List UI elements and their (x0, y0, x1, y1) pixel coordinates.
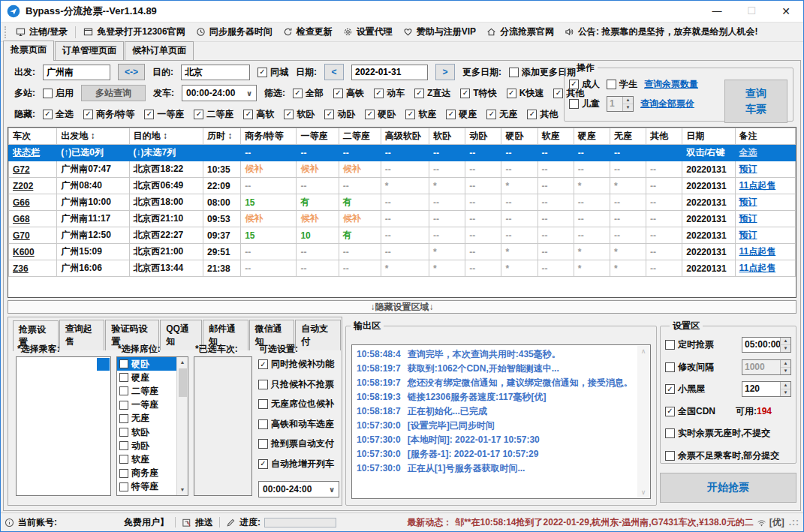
hide-checkbox-9[interactable]: ✓硬座 (446, 108, 477, 121)
train-row-K600[interactable]: K600广州15:09北京西21:0029:51--------*--*--**… (9, 244, 796, 260)
setting-spinner-2[interactable]: 120▲▼ (742, 381, 791, 397)
grab-option-4[interactable]: 抢到票自动支付 (258, 437, 337, 450)
train-number-link[interactable]: Z36 (13, 263, 29, 274)
stepper-buttons[interactable]: ▲▼ (780, 338, 790, 352)
booking-link[interactable]: 预订 (739, 230, 757, 240)
hide-checkbox-10[interactable]: ✓无座 (486, 108, 517, 121)
scroll-up-icon[interactable]: ▲ (180, 357, 185, 368)
spin-up-icon[interactable]: ▲ (781, 338, 790, 345)
column-header-1[interactable]: 出发地 ↕ (57, 128, 129, 145)
train-row-G68[interactable]: G68广州南11:17北京西21:1009:53候补候补候补----------… (9, 211, 796, 227)
train-number-link[interactable]: G72 (13, 164, 30, 175)
train-row-G66[interactable]: G66广州南10:00北京西18:0008:0015有有------------… (9, 194, 796, 211)
grab-option-3[interactable]: 高铁和动车选座 (258, 418, 337, 431)
train-number-link[interactable]: 状态栏 (13, 147, 40, 158)
toolbar-official-site[interactable]: 分流抢票官网 (481, 26, 559, 38)
spin-up-icon[interactable]: ▲ (781, 360, 790, 368)
hide-checkbox-3[interactable]: ✓二等座 (194, 108, 233, 121)
query-tickets-button[interactable]: 查询 车票 (724, 80, 787, 123)
swap-stations-button[interactable]: <-> (118, 64, 145, 80)
setting-spinner-1[interactable]: 1000▲▼ (742, 359, 791, 375)
setting-checkbox-3[interactable]: ✓全国CDN (665, 405, 715, 418)
seat-option-4[interactable]: 无座 (117, 412, 176, 425)
filter-checkbox-2[interactable]: ✓动车 (374, 87, 405, 100)
column-header-5[interactable]: 一等座 (297, 128, 339, 145)
child-count-stepper[interactable]: 1 ▲▼ (607, 96, 634, 112)
train-row-Z202[interactable]: Z202广州08:40北京西06:4922:09------**--*--**-… (9, 178, 796, 194)
scroll-down-icon[interactable]: ∨ (641, 487, 646, 497)
seat-option-9[interactable]: 特等座 (117, 480, 176, 494)
spin-down-icon[interactable]: ▼ (781, 389, 790, 396)
column-header-13[interactable]: 无座 (610, 128, 646, 145)
booking-link[interactable]: 预订 (739, 164, 757, 174)
hide-checkbox-6[interactable]: ✓动卧 (324, 108, 355, 121)
start-grab-button[interactable]: 开始抢票 (660, 473, 796, 503)
tab-main-1[interactable]: 订单管理页面 (55, 41, 124, 60)
spin-down-icon[interactable]: ▼ (623, 104, 633, 111)
column-header-10[interactable]: 硬卧 (501, 128, 538, 145)
setting-checkbox-5[interactable]: 余票不足乘客时,部分提交 (665, 449, 779, 462)
column-header-15[interactable]: 日期 (682, 128, 735, 145)
resize-grip[interactable]: .:: (789, 517, 799, 527)
hide-checkbox-8[interactable]: ✓软座 (405, 108, 436, 121)
output-scrollbar[interactable]: ∧ ∨ (637, 346, 649, 497)
column-header-0[interactable]: 车次 (9, 128, 57, 145)
adult-checkbox[interactable]: ✓成人 (569, 78, 600, 91)
query-all-prices-link[interactable]: 查询全部票价 (640, 98, 694, 110)
setting-checkbox-2[interactable]: ✓小黑屋 (665, 383, 705, 395)
train-number-link[interactable]: K600 (13, 247, 35, 257)
toolbar-open-12306[interactable]: 免登录打开12306官网 (78, 26, 190, 38)
filter-checkbox-5[interactable]: ✓K快速 (507, 87, 544, 100)
selected-trains-list[interactable] (194, 356, 252, 496)
scroll-up-icon[interactable]: ∧ (641, 346, 646, 356)
setting-checkbox-0[interactable]: 定时抢票 (665, 338, 714, 351)
train-number-link[interactable]: G66 (13, 197, 30, 208)
seat-option-3[interactable]: 一等座 (117, 398, 176, 412)
hide-checkbox-5[interactable]: ✓软卧 (284, 108, 315, 121)
seat-option-0[interactable]: 硬卧 (117, 357, 176, 371)
toolbar-sponsor-vip[interactable]: 赞助与注册VIP (398, 26, 481, 38)
hide-checkbox-11[interactable]: ✓其他 (527, 108, 558, 121)
column-header-14[interactable]: 其他 (646, 128, 682, 145)
booking-link[interactable]: 全选 (739, 147, 757, 158)
spin-up-icon[interactable]: ▲ (623, 97, 633, 104)
seat-option-5[interactable]: 软卧 (117, 425, 176, 439)
status-row[interactable]: 状态栏(↑)已选0列(↓)未选7列--------------------双击/… (9, 145, 796, 161)
tab-settings-6[interactable]: 自动支付 (295, 320, 341, 350)
column-header-11[interactable]: 软座 (538, 128, 574, 145)
push-label[interactable]: 推送 (195, 516, 213, 529)
hide-checkbox-7[interactable]: ✓硬卧 (365, 108, 396, 121)
grab-option-5[interactable]: ✓自动抢增开列车 (258, 458, 337, 470)
column-header-6[interactable]: 二等座 (339, 128, 381, 145)
log-box[interactable]: 10:58:48:4查询完毕，本次查询共用时:435毫秒。10:58:19:7获… (351, 344, 651, 499)
toolbar-announcement[interactable]: 公告: 抢票靠的是坚持，放弃就是给别人机会! (559, 26, 763, 38)
tab-main-0[interactable]: 抢票页面 (3, 41, 54, 61)
booking-link[interactable]: 预订 (739, 197, 757, 207)
setting-spinner-0[interactable]: 05:00:00▲▼ (742, 337, 791, 353)
toolbar-check-update[interactable]: 检查更新 (278, 26, 338, 38)
child-checkbox[interactable]: 儿童 (569, 98, 600, 110)
maximize-button[interactable]: ☐ (734, 1, 769, 22)
toolbar-logout[interactable]: 注销/登录 (11, 26, 73, 38)
depart-input[interactable] (43, 65, 110, 80)
hide-checkbox-0[interactable]: ✓全选 (43, 108, 74, 121)
stepper-buttons[interactable]: ▲▼ (780, 382, 790, 396)
hide-checkbox-2[interactable]: ✓一等座 (144, 108, 184, 121)
grab-option-2[interactable]: 无座席位也候补 (258, 398, 337, 410)
grab-option-0[interactable]: ✓同时抢候补功能 (258, 358, 337, 371)
filter-checkbox-0[interactable]: ✓全部 (293, 87, 324, 100)
train-number-link[interactable]: Z202 (13, 181, 33, 191)
column-header-2[interactable]: 目的地 ↕ (129, 128, 203, 145)
booking-link[interactable]: 11点起售 (739, 180, 776, 191)
train-number-link[interactable]: G70 (13, 230, 30, 241)
setting-checkbox-1[interactable]: 修改间隔 (665, 361, 714, 374)
destination-input[interactable] (181, 65, 250, 80)
seat-option-8[interactable]: 商务座 (117, 467, 176, 480)
spin-up-icon[interactable]: ▲ (781, 382, 790, 389)
column-header-16[interactable]: 备注 (735, 128, 795, 145)
seat-option-2[interactable]: 二等座 (117, 384, 176, 398)
train-row-Z36[interactable]: Z36广州16:06北京西13:4421:38------**--*--**--… (9, 260, 796, 277)
seat-option-7[interactable]: 软座 (117, 452, 176, 466)
passenger-list[interactable] (16, 356, 111, 496)
depart-time-select[interactable]: 00:00-24:00∨ (182, 85, 257, 101)
